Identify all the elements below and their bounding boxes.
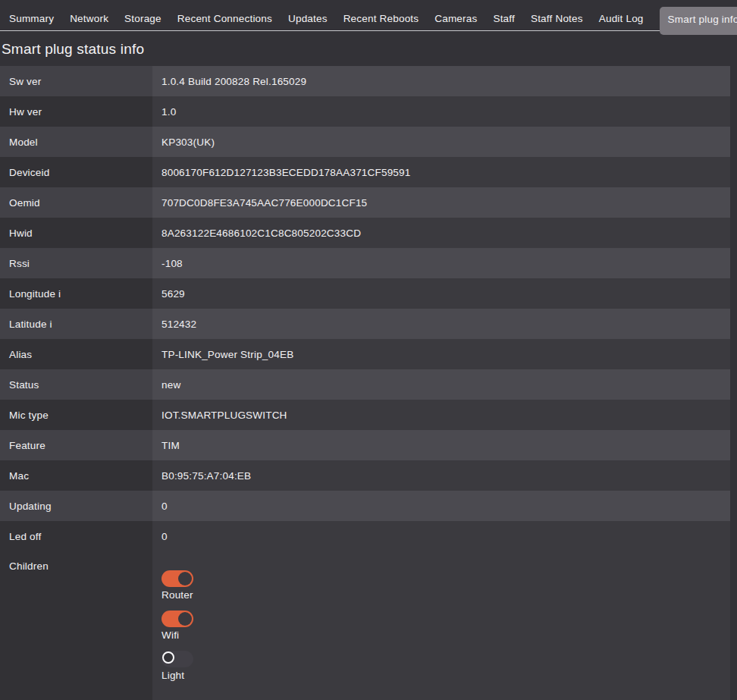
row-value: 5629 — [152, 278, 730, 309]
row-value: 0 — [152, 521, 730, 551]
table-row: Deviceid 8006170F612D127123B3ECEDD178AA3… — [0, 157, 730, 187]
toggle-label: Router — [162, 589, 721, 601]
row-value: 512432 — [152, 309, 730, 339]
tab-list: Summary Network Storage Recent Connectio… — [9, 5, 737, 33]
table-row: Rssi -108 — [0, 248, 730, 278]
tab[interactable]: Recent Reboots — [343, 7, 419, 30]
table-row: Updating 0 — [0, 491, 730, 521]
toggle-switch[interactable] — [162, 651, 193, 667]
row-label: Latitude i — [0, 309, 152, 339]
row-value: 8A263122E4686102C1C8C805202C33CD — [152, 218, 730, 248]
row-label: Feature — [0, 430, 152, 460]
row-label: Updating — [0, 491, 152, 521]
row-label: Sw ver — [0, 66, 152, 96]
row-value: KP303(UK) — [152, 127, 730, 157]
row-label: Children — [0, 551, 152, 700]
tab[interactable]: Staff — [493, 7, 515, 30]
toggle-knob-icon — [178, 572, 192, 585]
row-value: 707DC0D8FE3A745AAC776E000DC1CF15 — [152, 187, 730, 218]
row-value: B0:95:75:A7:04:EB — [152, 460, 730, 491]
table-row: Feature TIM — [0, 430, 730, 460]
tab[interactable]: Smart plug info — [660, 7, 737, 35]
row-value: TIM — [152, 430, 730, 460]
toggle-switch[interactable] — [162, 570, 193, 587]
row-label: Alias — [0, 339, 152, 369]
page-title: Smart plug status info — [0, 33, 737, 66]
table-row: Sw ver 1.0.4 Build 200828 Rel.165029 — [0, 66, 730, 96]
tab[interactable]: Staff Notes — [531, 7, 583, 30]
tab[interactable]: Recent Connections — [177, 7, 272, 30]
toggle-knob-icon — [162, 651, 174, 664]
row-label: Hw ver — [0, 96, 152, 127]
toggle-label: Light — [162, 670, 721, 681]
row-label: Rssi — [0, 248, 152, 278]
row-label: Led off — [0, 521, 152, 551]
table-row: Mic type IOT.SMARTPLUGSWITCH — [0, 400, 730, 430]
toggle-label: Wifi — [162, 629, 721, 641]
table-row: Mac B0:95:75:A7:04:EB — [0, 460, 730, 491]
tab[interactable]: Network — [70, 7, 108, 30]
table-row: Hwid 8A263122E4686102C1C8C805202C33CD — [0, 218, 730, 248]
row-value: 1.0 — [152, 96, 730, 127]
toggle-group: Light — [162, 651, 721, 681]
row-value: 8006170F612D127123B3ECEDD178AA371CF59591 — [152, 157, 730, 187]
toggle-group: Router — [162, 570, 721, 601]
row-value: -108 — [152, 248, 730, 278]
row-label: Deviceid — [0, 157, 152, 187]
status-rows: Sw ver 1.0.4 Build 200828 Rel.165029 Hw … — [0, 66, 730, 551]
table-row: Longitude i 5629 — [0, 278, 730, 309]
tab[interactable]: Cameras — [434, 7, 477, 30]
table-row: Alias TP-LINK_Power Strip_04EB — [0, 339, 730, 369]
toggle-switch[interactable] — [162, 611, 193, 627]
row-label: Status — [0, 369, 152, 400]
tab[interactable]: Summary — [9, 7, 54, 30]
tab-bar: Summary Network Storage Recent Connectio… — [0, 0, 737, 33]
tab-bar-underline — [0, 30, 737, 31]
tab[interactable]: Storage — [124, 7, 162, 30]
toggle-knob-icon — [178, 612, 192, 626]
children-row: Children Router Wifi — [0, 551, 730, 700]
table-row: Model KP303(UK) — [0, 127, 730, 157]
row-value: IOT.SMARTPLUGSWITCH — [152, 400, 730, 430]
table-row: Oemid 707DC0D8FE3A745AAC776E000DC1CF15 — [0, 187, 730, 218]
row-label: Mic type — [0, 400, 152, 430]
tab[interactable]: Updates — [288, 7, 328, 30]
row-value: new — [152, 369, 730, 400]
row-label: Oemid — [0, 187, 152, 218]
row-label: Model — [0, 127, 152, 157]
toggle-group: Wifi — [162, 611, 721, 641]
row-value: 0 — [152, 491, 730, 521]
table-row: Hw ver 1.0 — [0, 96, 730, 127]
table-row: Status new — [0, 369, 730, 400]
row-label: Hwid — [0, 218, 152, 248]
table-row: Latitude i 512432 — [0, 309, 730, 339]
children-toggle-list: Router Wifi Light — [152, 551, 730, 700]
tab[interactable]: Audit Log — [599, 7, 644, 30]
table-row: Led off 0 — [0, 521, 730, 551]
row-label: Mac — [0, 460, 152, 491]
row-value: TP-LINK_Power Strip_04EB — [152, 339, 730, 369]
smart-plug-status-table: Sw ver 1.0.4 Build 200828 Rel.165029 Hw … — [0, 66, 730, 700]
row-value: 1.0.4 Build 200828 Rel.165029 — [152, 66, 730, 96]
row-label: Longitude i — [0, 278, 152, 309]
